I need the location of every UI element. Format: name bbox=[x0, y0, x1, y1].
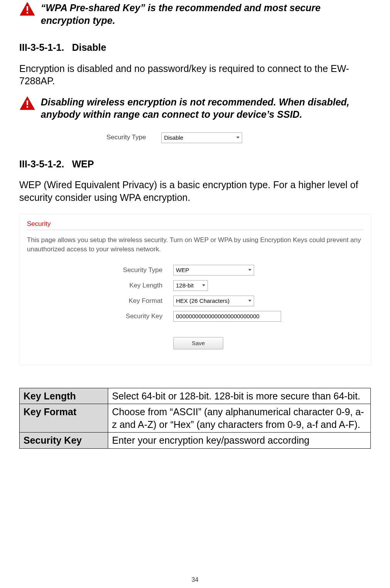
key-format-value: HEX (26 Characters) bbox=[176, 297, 229, 305]
security-panel: Security This page allows you setup the … bbox=[19, 214, 371, 365]
key-format-select[interactable]: HEX (26 Characters) bbox=[173, 296, 254, 306]
panel-description: This page allows you setup the wireless … bbox=[27, 236, 363, 254]
chevron-down-icon bbox=[202, 284, 205, 286]
table-row: Key Length Select 64-bit or 128-bit. 128… bbox=[20, 388, 371, 404]
table-value: Select 64-bit or 128-bit. 128-bit is mor… bbox=[108, 388, 371, 404]
paragraph-2: WEP (Wired Equivalent Privacy) is a basi… bbox=[19, 179, 371, 204]
paragraph-1: Encryption is disabled and no password/k… bbox=[19, 62, 371, 87]
label-key-format: Key Format bbox=[27, 297, 173, 305]
chevron-down-icon bbox=[248, 269, 251, 271]
section-heading-disable: III-3-5-1-1. Disable bbox=[19, 41, 371, 54]
svg-rect-2 bbox=[27, 12, 28, 13]
row-key-format: Key Format HEX (26 Characters) bbox=[27, 296, 363, 306]
security-key-input[interactable] bbox=[173, 311, 281, 322]
section-number: III-3-5-1-1. bbox=[19, 41, 69, 54]
warning-block-2: Disabling wireless encryption is not rec… bbox=[19, 96, 371, 121]
chevron-down-icon bbox=[236, 137, 239, 139]
table-key: Key Format bbox=[20, 404, 108, 433]
row-key-length: Key Length 128-bit bbox=[27, 280, 363, 291]
figure1-label: Security Type bbox=[107, 133, 146, 142]
key-length-select[interactable]: 128-bit bbox=[173, 280, 208, 291]
security-type-select[interactable]: WEP bbox=[173, 265, 254, 276]
label-security-type: Security Type bbox=[27, 266, 173, 274]
warning-icon bbox=[19, 2, 35, 16]
parameters-table: Key Length Select 64-bit or 128-bit. 128… bbox=[19, 388, 371, 449]
row-security-key: Security Key bbox=[27, 311, 363, 322]
section-title: WEP bbox=[72, 159, 94, 169]
warning-text-2: Disabling wireless encryption is not rec… bbox=[41, 96, 371, 121]
section-heading-wep: III-3-5-1-2. WEP bbox=[19, 158, 371, 170]
label-security-key: Security Key bbox=[27, 312, 173, 321]
table-key: Security Key bbox=[20, 433, 108, 449]
table-row: Key Format Choose from “ASCII” (any alph… bbox=[20, 404, 371, 433]
label-key-length: Key Length bbox=[27, 281, 173, 290]
table-value: Enter your encryption key/password accor… bbox=[108, 433, 371, 449]
warning-icon bbox=[19, 96, 35, 110]
security-type-value: WEP bbox=[176, 266, 189, 274]
table-key: Key Length bbox=[20, 388, 108, 404]
table-row: Security Key Enter your encryption key/p… bbox=[20, 433, 371, 449]
save-button[interactable]: Save bbox=[173, 337, 223, 349]
security-type-select[interactable]: Disable bbox=[161, 132, 242, 143]
section-number: III-3-5-1-2. bbox=[19, 158, 69, 170]
table-value: Choose from “ASCII” (any alphanumerical … bbox=[108, 404, 371, 433]
key-length-value: 128-bit bbox=[176, 282, 194, 289]
warning-block-1: “WPA Pre-shared Key” is the recommended … bbox=[19, 2, 371, 27]
svg-rect-1 bbox=[27, 6, 28, 11]
panel-title: Security bbox=[27, 220, 363, 230]
warning-text-1: “WPA Pre-shared Key” is the recommended … bbox=[41, 2, 371, 27]
security-type-value: Disable bbox=[164, 134, 183, 142]
row-security-type: Security Type WEP bbox=[27, 265, 363, 276]
section-title: Disable bbox=[72, 42, 106, 53]
chevron-down-icon bbox=[248, 300, 251, 302]
figure-security-type-disable: Security Type Disable bbox=[107, 132, 284, 143]
svg-rect-5 bbox=[27, 106, 28, 108]
page-number: 34 bbox=[19, 576, 371, 584]
svg-rect-4 bbox=[27, 100, 28, 105]
